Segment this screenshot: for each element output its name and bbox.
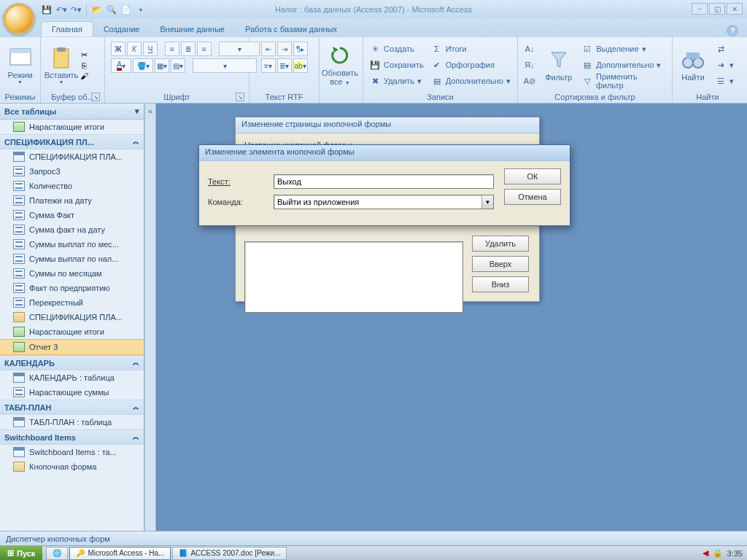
down-button[interactable]: Вниз: [472, 276, 529, 292]
fill-color-button[interactable]: 🪣▾: [133, 58, 153, 73]
nav-group-header[interactable]: СПЕЦИФИКАЦИЯ ПЛ...︽: [0, 134, 144, 149]
align-center-button[interactable]: ≣: [181, 42, 196, 56]
nav-group-header[interactable]: КАЛЕНДАРЬ︽: [0, 355, 144, 370]
replace-button[interactable]: ⇄: [712, 42, 737, 56]
clear-sort-button[interactable]: A⊘: [521, 74, 538, 88]
sort-asc-button[interactable]: A↓: [521, 42, 538, 56]
delete-record-button[interactable]: ✖Удалить ▾: [366, 74, 427, 88]
nav-item[interactable]: Факт по предприятию: [0, 281, 144, 295]
nav-item[interactable]: Перекрестный: [0, 295, 144, 310]
quicklaunch-item[interactable]: 🌐: [46, 547, 68, 560]
view-button[interactable]: Режим▼: [3, 41, 37, 89]
format-painter-icon[interactable]: 🖌: [80, 71, 88, 80]
ltr-button[interactable]: ¶▸: [293, 42, 308, 56]
bullets-button[interactable]: ≣▾: [277, 58, 292, 73]
paste-button[interactable]: Вставить▼: [44, 41, 79, 89]
align-right-button[interactable]: ≡: [197, 42, 212, 56]
more-button[interactable]: ▤Дополнительно ▾: [428, 74, 514, 88]
indent-dec-button[interactable]: ⇤: [261, 42, 276, 56]
refresh-button[interactable]: Обновитьвсе ▼: [322, 41, 357, 89]
sort-desc-button[interactable]: Я↓: [521, 58, 538, 72]
select-button[interactable]: ☰▾: [712, 74, 737, 88]
nav-item[interactable]: Суммы выплат по нал...: [0, 252, 144, 266]
font-combo[interactable]: ▾: [193, 58, 257, 73]
tab-external[interactable]: Внешние данные: [150, 22, 235, 36]
redo-icon[interactable]: ↷▾: [70, 4, 82, 15]
up-button[interactable]: Вверх: [472, 256, 529, 272]
find-button[interactable]: Найти: [676, 41, 711, 89]
nav-group-header[interactable]: Switchboard Items︽: [0, 429, 144, 445]
bold-button[interactable]: Ж: [111, 42, 125, 56]
nav-item[interactable]: Суммы выплат по мес...: [0, 237, 144, 252]
office-button[interactable]: [3, 3, 35, 35]
qat-customize-icon[interactable]: ▾: [135, 4, 147, 15]
items-listbox[interactable]: [244, 241, 463, 313]
tab-home[interactable]: Главная: [41, 21, 93, 36]
chevron-down-icon: ▼: [481, 195, 493, 209]
rpt-icon: [13, 342, 25, 352]
delete-button[interactable]: Удалить: [472, 236, 529, 252]
nav-item[interactable]: СПЕЦИФИКАЦИЯ ПЛА...: [0, 310, 144, 324]
copy-icon[interactable]: ⎘: [80, 61, 88, 70]
toggle-filter-button[interactable]: ▽Применить фильтр: [578, 74, 669, 88]
totals-button[interactable]: ΣИтоги: [428, 42, 514, 56]
goto-button[interactable]: ➜▾: [712, 58, 737, 72]
nav-item[interactable]: СПЕЦИФИКАЦИЯ ПЛА...: [0, 149, 144, 164]
nav-item[interactable]: Запрос3: [0, 164, 144, 179]
restore-button[interactable]: ◱: [709, 3, 725, 15]
new-icon[interactable]: 📄: [120, 4, 132, 15]
gridlines-button[interactable]: ▦▾: [155, 58, 169, 73]
save-icon[interactable]: 💾: [41, 4, 53, 15]
advanced-filter-button[interactable]: ▤Дополнительно ▾: [578, 58, 669, 72]
help-icon[interactable]: ?: [727, 25, 738, 36]
nav-item[interactable]: Сумма факт на дату: [0, 222, 144, 237]
nav-item[interactable]: Отчет 3: [0, 339, 144, 355]
nav-group-header[interactable]: ТАБЛ-ПЛАН︽: [0, 400, 144, 415]
cancel-button[interactable]: Отмена: [504, 189, 561, 205]
align-left-button[interactable]: ≡: [165, 42, 179, 56]
nav-item[interactable]: Суммы по месяцам: [0, 266, 144, 281]
open-icon[interactable]: 📂: [91, 4, 103, 15]
indent-inc-button[interactable]: ⇥: [277, 42, 292, 56]
minimize-button[interactable]: －: [692, 3, 708, 15]
tray-icon[interactable]: 🔒: [713, 548, 723, 558]
save-record-button[interactable]: 💾Сохранить: [366, 58, 427, 72]
nav-header[interactable]: Все таблицы▾: [0, 104, 144, 120]
nav-collapse-button[interactable]: «: [144, 104, 156, 531]
nav-item[interactable]: КАЛЕНДАРЬ : таблица: [0, 370, 144, 385]
spelling-button[interactable]: ✔Орфография: [428, 58, 514, 72]
start-button[interactable]: ⊞Пуск: [0, 546, 42, 561]
underline-button[interactable]: Ч: [143, 42, 158, 56]
numbering-button[interactable]: ≡▾: [261, 58, 276, 73]
highlight-button[interactable]: ab▾: [293, 58, 308, 73]
nav-item[interactable]: Кнопочная форма: [0, 459, 144, 474]
tab-create[interactable]: Создание: [93, 22, 150, 36]
text-input[interactable]: [274, 174, 494, 189]
undo-icon[interactable]: ↶▾: [55, 4, 67, 15]
nav-item[interactable]: Платежи на дату: [0, 193, 144, 208]
nav-item[interactable]: Нарастающие итоги: [0, 324, 144, 339]
nav-item[interactable]: Switchboard Items : та...: [0, 445, 144, 459]
filter-button[interactable]: Фильтр: [540, 41, 577, 89]
cut-icon[interactable]: ✂: [80, 50, 88, 60]
nav-item[interactable]: Нарастающие суммы: [0, 385, 144, 400]
task-item[interactable]: 📘ACCESS 2007.doc [Режи...: [172, 547, 287, 560]
nav-item[interactable]: ТАБЛ-ПЛАН : таблица: [0, 415, 144, 429]
italic-button[interactable]: К: [127, 42, 142, 56]
tray-icon[interactable]: ◀: [703, 548, 708, 558]
clipboard-dialog-launcher[interactable]: ↘: [91, 93, 100, 101]
font-dialog-launcher[interactable]: ↘: [236, 93, 244, 101]
task-item[interactable]: 🔑Microsoft Access - На...: [69, 547, 171, 560]
nav-item[interactable]: Сумма Факт: [0, 208, 144, 222]
print-preview-icon[interactable]: 🔍: [106, 4, 117, 15]
nav-item[interactable]: Количество: [0, 179, 144, 193]
altrow-button[interactable]: ▤▾: [171, 58, 185, 73]
selection-button[interactable]: ☑Выделение ▾: [578, 42, 669, 56]
new-record-button[interactable]: ✳Создать: [366, 42, 427, 56]
tab-dbtools[interactable]: Работа с базами данных: [235, 22, 347, 36]
command-combo[interactable]: Выйти из приложения▼: [274, 195, 494, 209]
close-button[interactable]: ✕: [727, 3, 743, 15]
ok-button[interactable]: ОК: [504, 168, 561, 184]
nav-item[interactable]: Нарастающие итоги: [0, 120, 144, 134]
font-color-button[interactable]: A▾: [111, 58, 131, 73]
